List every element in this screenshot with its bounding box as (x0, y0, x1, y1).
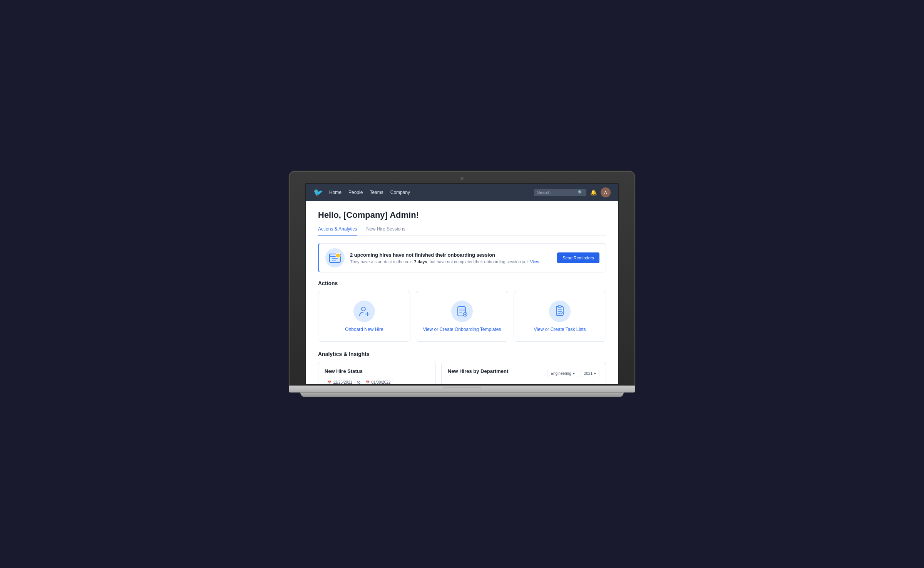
new-hires-dept-card: New Hires by Department Engineering ▾ 20… (441, 362, 606, 384)
nav-company[interactable]: Company (390, 188, 410, 197)
bar-chart-svg: 30 25 20 15 10 5 (448, 383, 599, 384)
alert-icon: ! (325, 248, 345, 267)
year-select[interactable]: 2021 ▾ (581, 370, 599, 377)
action-card-tasks[interactable]: View or Create Task Lists (514, 291, 606, 342)
app-root: 🐦 Home People Teams Company 🔍 🔔 A (306, 184, 618, 384)
actions-section-title: Actions (318, 280, 606, 286)
bell-icon[interactable]: 🔔 (590, 189, 597, 195)
onboard-icon (353, 301, 375, 322)
alert-banner: ! 2 upcoming hires have not finished the… (318, 243, 606, 272)
new-hire-status-title: New Hire Status (325, 368, 429, 374)
alert-title: 2 upcoming hires have not finished their… (350, 252, 552, 258)
app-logo-icon: 🐦 (313, 188, 323, 197)
date-from-input[interactable]: 📅 12/25/2021 (325, 379, 355, 384)
action-card-templates-label: View or Create Onboarding Templates (423, 327, 501, 332)
tab-new-hire-sessions[interactable]: New Hire Sessions (366, 226, 405, 236)
navbar-right: 🔍 🔔 A (534, 187, 611, 197)
tabs: Actions & Analytics New Hire Sessions (318, 226, 606, 236)
action-cards: Onboard New Hire (318, 291, 606, 342)
action-card-templates[interactable]: View or Create Onboarding Templates (416, 291, 508, 342)
search-input[interactable] (537, 190, 576, 195)
laptop-camera (460, 177, 464, 180)
laptop-base-bottom (300, 393, 624, 397)
laptop-base-top (289, 386, 635, 393)
avatar[interactable]: A (601, 187, 611, 197)
main-content: Hello, [Company] Admin! Actions & Analyt… (306, 201, 618, 384)
new-hire-status-card: New Hire Status 📅 12/25/2021 to 📅 01/08/… (318, 362, 436, 384)
action-card-tasks-label: View or Create Task Lists (534, 327, 586, 332)
dept-select[interactable]: Engineering ▾ (547, 370, 578, 377)
alert-text: 2 upcoming hires have not finished their… (350, 252, 552, 264)
tasks-icon (549, 301, 571, 322)
nav-teams[interactable]: Teams (370, 188, 383, 197)
analytics-grid: New Hire Status 📅 12/25/2021 to 📅 01/08/… (318, 362, 606, 384)
calendar-to-icon: 📅 (365, 381, 370, 384)
alert-subtitle: They have a start date in the next 7 day… (350, 259, 552, 264)
date-to-input[interactable]: 📅 01/08/2022 (363, 379, 393, 384)
laptop-trackpad (443, 387, 481, 390)
laptop-screen: 🐦 Home People Teams Company 🔍 🔔 A (305, 183, 619, 385)
nav-people[interactable]: People (348, 188, 363, 197)
svg-rect-17 (558, 306, 561, 307)
calendar-from-icon: 📅 (327, 381, 331, 384)
chevron-down-icon-year: ▾ (594, 371, 596, 376)
search-icon: 🔍 (578, 190, 583, 195)
svg-text:30: 30 (452, 384, 455, 384)
svg-point-6 (362, 307, 365, 311)
laptop-container: 🐦 Home People Teams Company 🔍 🔔 A (289, 171, 635, 397)
bar-chart-selects: Engineering ▾ 2021 ▾ (547, 370, 599, 377)
svg-text:!: ! (338, 254, 339, 258)
send-reminders-button[interactable]: Send Reminders (557, 252, 599, 263)
alert-view-link[interactable]: View (530, 259, 539, 264)
nav-links: Home People Teams Company (329, 188, 534, 197)
action-card-onboard[interactable]: Onboard New Hire (318, 291, 410, 342)
chevron-down-icon: ▾ (573, 371, 575, 376)
nav-home[interactable]: Home (329, 188, 341, 197)
new-hires-dept-title: New Hires by Department (448, 368, 509, 374)
navbar: 🐦 Home People Teams Company 🔍 🔔 A (306, 184, 618, 201)
action-card-onboard-label: Onboard New Hire (345, 327, 383, 332)
bar-chart-header: New Hires by Department Engineering ▾ 20… (448, 368, 599, 379)
bar-chart-area: 30 25 20 15 10 5 (448, 383, 599, 384)
tab-actions-analytics[interactable]: Actions & Analytics (318, 226, 357, 236)
date-range: 📅 12/25/2021 to 📅 01/08/2022 (325, 379, 429, 384)
analytics-section-title: Analytics & Insights (318, 351, 606, 357)
templates-icon (451, 301, 473, 322)
page-title: Hello, [Company] Admin! (318, 210, 606, 220)
laptop-screen-bezel: 🐦 Home People Teams Company 🔍 🔔 A (289, 171, 635, 386)
search-box[interactable]: 🔍 (534, 189, 586, 196)
